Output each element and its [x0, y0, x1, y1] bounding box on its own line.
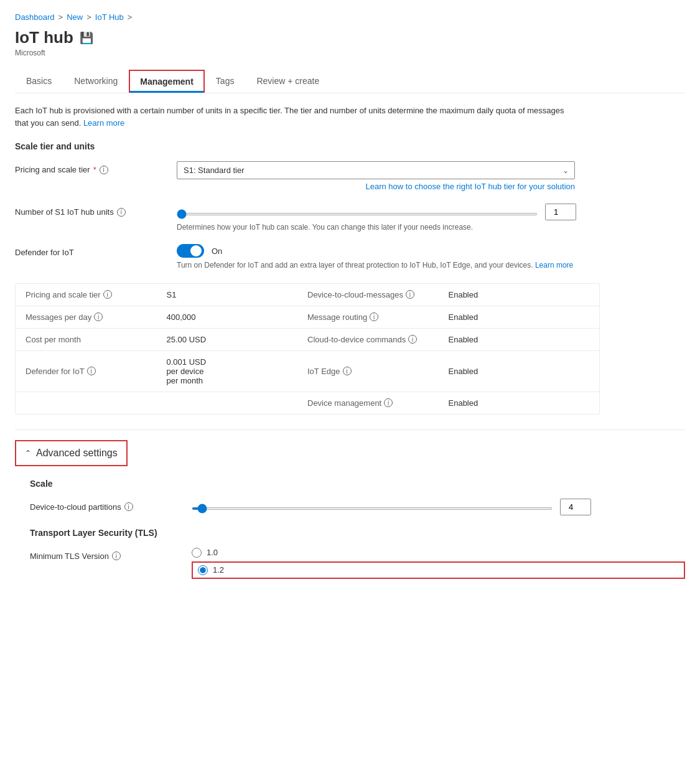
partitions-slider-row	[192, 499, 685, 515]
defender-toggle[interactable]	[177, 244, 204, 258]
partitions-slider[interactable]	[192, 507, 553, 510]
tls-label-10[interactable]: 1.0	[207, 548, 218, 557]
page-title-row: IoT hub 💾	[15, 28, 685, 47]
table-cell-value: Enabled	[449, 290, 590, 299]
tls-radio-12[interactable]	[198, 565, 208, 575]
defender-hint: Turn on Defender for IoT and add an extr…	[177, 260, 662, 271]
partitions-value-input[interactable]	[560, 499, 591, 515]
tls-option-10: 1.0	[192, 548, 685, 558]
table-info-icon-5[interactable]: i	[408, 335, 417, 344]
units-value-input[interactable]	[545, 204, 576, 220]
table-cell-label: Message routing i	[307, 312, 449, 322]
tls-option-12: 1.2	[192, 561, 685, 579]
info-table: Pricing and scale tier i S1 Device-to-cl…	[15, 283, 600, 415]
defender-status: On	[212, 246, 222, 256]
partitions-label: Device-to-cloud partitions	[30, 502, 121, 512]
tab-review[interactable]: Review + create	[245, 70, 330, 93]
tls-radio-10[interactable]	[192, 548, 202, 558]
table-info-icon-8[interactable]: i	[384, 398, 393, 407]
table-row: Device management i Enabled	[16, 392, 599, 414]
table-cell-empty	[167, 398, 308, 408]
advanced-scale-title: Scale	[30, 479, 685, 489]
breadcrumb-new[interactable]: New	[67, 12, 83, 22]
table-cell-label: Cloud-to-device commands i	[307, 335, 449, 344]
table-row: Pricing and scale tier i S1 Device-to-cl…	[16, 284, 599, 306]
chevron-up-icon: ⌃	[25, 449, 31, 458]
table-cell-label: Device-to-cloud-messages i	[307, 290, 449, 299]
units-slider-container	[177, 207, 538, 217]
partitions-slider-container	[192, 502, 553, 512]
defender-label: Defender for IoT	[15, 248, 74, 257]
tab-basics[interactable]: Basics	[15, 70, 63, 93]
tls-title: Transport Layer Security (TLS)	[30, 528, 685, 538]
tab-tags[interactable]: Tags	[205, 70, 246, 93]
units-row: Number of S1 IoT hub units i Determines …	[15, 204, 685, 232]
table-info-icon-4[interactable]: i	[370, 312, 378, 321]
defender-toggle-row: On	[177, 244, 685, 258]
table-info-icon-1[interactable]: i	[103, 290, 112, 299]
table-info-icon-3[interactable]: i	[94, 312, 103, 321]
table-cell-label: Messages per day i	[26, 312, 167, 322]
table-cell-value: S1	[167, 290, 308, 299]
required-indicator: *	[93, 165, 96, 174]
table-cell-devmgmt-label: Device management i	[307, 398, 449, 408]
table-info-icon-7[interactable]: i	[343, 367, 352, 375]
partitions-row: Device-to-cloud partitions i	[30, 499, 685, 515]
units-info-icon[interactable]: i	[117, 208, 126, 217]
pricing-label: Pricing and scale tier	[15, 165, 90, 174]
tls-min-label: Minimum TLS Version	[30, 551, 109, 561]
table-cell-defender-label: Defender for IoT i	[26, 357, 167, 385]
save-icon[interactable]: 💾	[80, 31, 93, 45]
description-learn-more-link[interactable]: Learn more	[83, 118, 124, 128]
advanced-settings-toggle[interactable]: ⌃ Advanced settings	[15, 440, 128, 466]
tls-info-icon[interactable]: i	[112, 551, 121, 560]
tls-label-12[interactable]: 1.2	[213, 565, 224, 575]
units-hint: Determines how your IoT hub can scale. Y…	[177, 223, 685, 232]
tab-networking[interactable]: Networking	[63, 70, 129, 93]
pricing-select-wrapper: F1: Free tier B1: Basic tier B2: Basic t…	[177, 161, 575, 179]
defender-row: Defender for IoT On Turn on Defender for…	[15, 244, 685, 271]
tab-bar: Basics Networking Management Tags Review…	[15, 70, 685, 93]
description-text: Each IoT hub is provisioned with a certa…	[15, 105, 575, 129]
breadcrumb-iothub[interactable]: IoT Hub	[95, 12, 124, 22]
table-cell-value: Enabled	[449, 335, 590, 344]
units-label: Number of S1 IoT hub units	[15, 207, 114, 217]
table-cell-label: Pricing and scale tier i	[26, 290, 167, 299]
table-cell-iot-edge-label: IoT Edge i	[307, 357, 449, 385]
table-row: Messages per day i 400,000 Message routi…	[16, 306, 599, 329]
table-cell-value: Enabled	[449, 312, 590, 322]
tls-radio-group: 1.0 1.2	[192, 548, 685, 579]
pricing-select[interactable]: F1: Free tier B1: Basic tier B2: Basic t…	[177, 161, 575, 179]
defender-learn-more-link[interactable]: Learn more	[535, 261, 573, 270]
table-info-icon-6[interactable]: i	[87, 367, 96, 375]
pricing-info-icon[interactable]: i	[100, 166, 108, 174]
table-info-icon-2[interactable]: i	[406, 290, 414, 299]
tier-learn-more-link[interactable]: Learn how to choose the right IoT hub ti…	[177, 182, 575, 191]
partitions-info-icon[interactable]: i	[124, 502, 133, 511]
table-cell-empty	[26, 398, 167, 408]
table-cell-cost-label: Cost per month	[26, 335, 167, 344]
table-row: Cost per month 25.00 USD Cloud-to-device…	[16, 329, 599, 351]
advanced-settings-content: Scale Device-to-cloud partitions i Trans…	[15, 479, 685, 579]
advanced-settings-title: Advanced settings	[36, 448, 118, 459]
units-slider-row	[177, 204, 685, 220]
divider	[15, 429, 685, 430]
pricing-row: Pricing and scale tier * i F1: Free tier…	[15, 161, 685, 191]
breadcrumb-dashboard[interactable]: Dashboard	[15, 12, 55, 22]
units-slider[interactable]	[177, 213, 538, 215]
table-cell-devmgmt-value: Enabled	[449, 398, 590, 408]
page-title: IoT hub	[15, 28, 73, 47]
tls-version-row: Minimum TLS Version i 1.0 1.2	[30, 548, 685, 579]
breadcrumb: Dashboard > New > IoT Hub >	[15, 12, 685, 22]
tab-management[interactable]: Management	[129, 70, 205, 93]
table-row: Defender for IoT i 0.001 USD per device …	[16, 351, 599, 392]
table-cell-value: 400,000	[167, 312, 308, 322]
table-cell-iot-edge-value: Enabled	[449, 357, 590, 385]
scale-section-title: Scale tier and units	[15, 141, 685, 151]
page-subtitle: Microsoft	[15, 49, 685, 57]
table-cell-cost-value: 25.00 USD	[167, 335, 308, 344]
table-cell-defender-value: 0.001 USD per device per month	[167, 357, 308, 385]
